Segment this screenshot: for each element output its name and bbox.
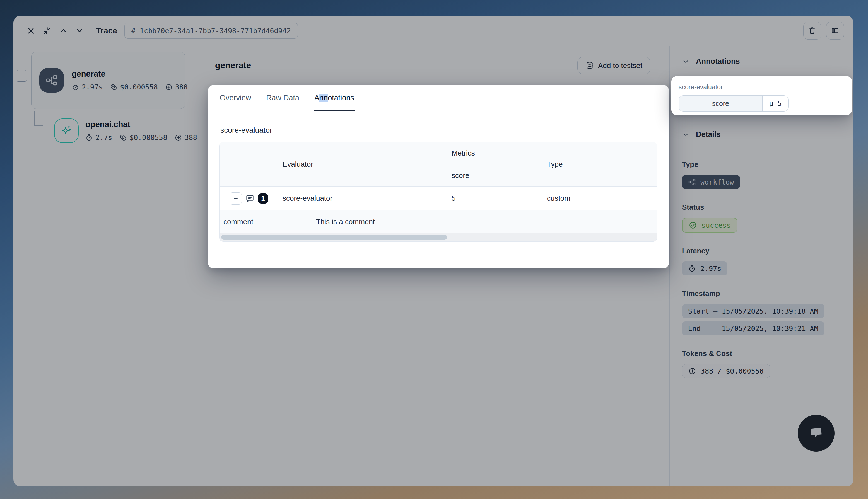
annotation-card: score-evaluator score μ 5 — [671, 76, 852, 115]
scrollbar-thumb[interactable] — [221, 235, 447, 240]
comment-key: comment — [219, 210, 308, 233]
header-cell-type: Type — [540, 142, 657, 187]
horizontal-scrollbar[interactable] — [219, 233, 657, 241]
comment-icon[interactable] — [245, 194, 255, 203]
header-cell-evaluator: Evaluator — [276, 142, 445, 187]
header-cell-empty — [219, 142, 276, 187]
tab-raw-data[interactable]: Raw Data — [266, 85, 300, 111]
metric-name[interactable]: score — [679, 96, 762, 111]
tab-annotations[interactable]: Annotations — [314, 85, 355, 111]
tab-bar: Overview Raw Data Annotations — [208, 85, 669, 111]
comment-row: comment This is a comment — [219, 210, 657, 233]
score-metric-control[interactable]: score μ 5 — [679, 95, 788, 111]
cell-score: 5 — [445, 187, 540, 210]
annotations-popover: Overview Raw Data Annotations score-eval… — [208, 85, 669, 268]
minus-icon — [232, 195, 239, 202]
header-cell-metrics: Metrics — [445, 142, 540, 165]
comment-count-badge: 1 — [258, 194, 268, 204]
tab-overview[interactable]: Overview — [219, 85, 252, 111]
comment-value: This is a comment — [308, 210, 657, 233]
header-cell-score: score — [445, 165, 540, 187]
table-row-actions: 1 — [219, 187, 276, 210]
annotations-table: Evaluator Metrics score Type — [219, 142, 657, 242]
evaluator-section-title: score-evaluator — [220, 126, 658, 135]
annotation-evaluator-label: score-evaluator — [679, 83, 845, 91]
collapse-row-button[interactable] — [230, 192, 242, 205]
cell-evaluator: score-evaluator — [276, 187, 445, 210]
metric-mean-value[interactable]: μ 5 — [762, 96, 788, 111]
cell-type: custom — [540, 187, 657, 210]
text-selection: nn — [320, 94, 328, 102]
